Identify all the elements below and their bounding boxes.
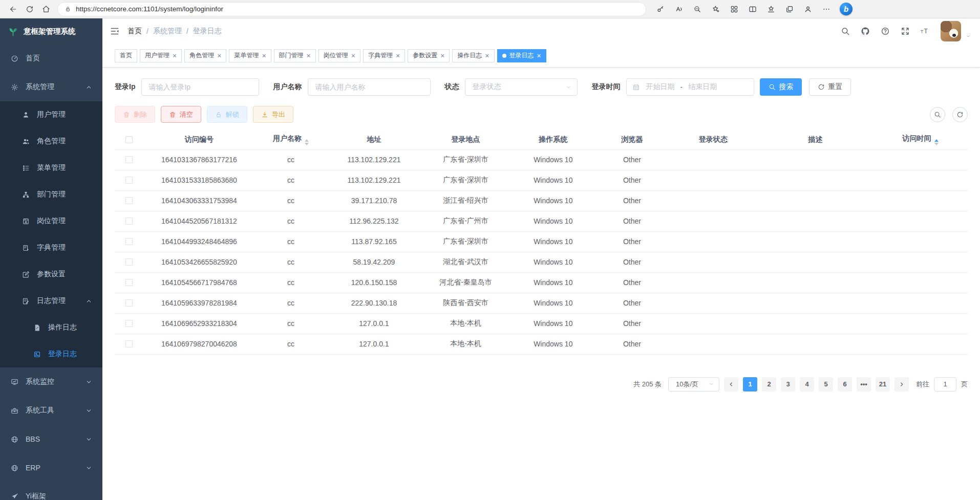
username-input[interactable] xyxy=(308,78,431,96)
table-row[interactable]: 1641031367863177216cc113.102.129.221广东省-… xyxy=(115,149,968,170)
caret-down-icon[interactable] xyxy=(966,34,971,39)
starplus-icon[interactable] xyxy=(707,2,725,16)
breadcrumb-system[interactable]: 系统管理 xyxy=(153,27,182,36)
col-username[interactable]: 用户名称 xyxy=(254,130,327,149)
sidebar-item-dict[interactable]: 字典管理 xyxy=(0,234,102,261)
sidebar-item-erp[interactable]: ERP xyxy=(0,453,102,482)
sidebar-item-tool[interactable]: 系统工具 xyxy=(0,396,102,425)
tab-menu[interactable]: 菜单管理× xyxy=(229,49,271,62)
tab-user[interactable]: 用户管理× xyxy=(140,49,182,62)
clear-button[interactable]: 清空 xyxy=(161,106,201,123)
collapse-sidebar-icon[interactable] xyxy=(110,26,120,36)
tab-dict[interactable]: 字典管理× xyxy=(363,49,405,62)
extensions-icon[interactable] xyxy=(725,2,743,16)
close-icon[interactable]: × xyxy=(396,52,400,59)
row-checkbox[interactable] xyxy=(125,238,133,245)
export-button[interactable]: 导出 xyxy=(253,106,293,123)
select-all-checkbox[interactable] xyxy=(125,136,133,143)
tab-post[interactable]: 岗位管理× xyxy=(318,49,360,62)
page-size-select[interactable]: 10条/页 xyxy=(668,377,719,392)
sidebar-item-user[interactable]: 用户管理 xyxy=(0,101,102,128)
bing-logo-icon[interactable]: b xyxy=(840,3,853,15)
home-icon[interactable] xyxy=(38,2,54,16)
delete-button[interactable]: 删除 xyxy=(115,106,155,123)
page-button-5[interactable]: 5 xyxy=(819,377,833,392)
row-checkbox[interactable] xyxy=(125,177,133,184)
magnifier-icon[interactable] xyxy=(841,27,850,36)
sidebar-item-operlog[interactable]: 操作日志 xyxy=(0,314,102,341)
col-time[interactable]: 访问时间 xyxy=(873,130,968,149)
tab-loginlog[interactable]: 登录日志× xyxy=(497,49,546,62)
tab-operlog[interactable]: 操作日志× xyxy=(452,49,494,62)
prev-page-button[interactable] xyxy=(724,377,738,392)
table-row[interactable]: 1641043063331753984cc39.171.210.78浙江省-绍兴… xyxy=(115,190,968,211)
sidebar-item-loginlog[interactable]: 登录日志 xyxy=(0,341,102,367)
collections-icon[interactable] xyxy=(780,2,799,16)
close-icon[interactable]: × xyxy=(537,52,541,59)
row-checkbox[interactable] xyxy=(125,258,133,266)
key-icon[interactable] xyxy=(651,2,670,16)
login-ip-input[interactable] xyxy=(141,78,259,96)
favorites-icon[interactable] xyxy=(762,2,780,16)
page-button-21[interactable]: 21 xyxy=(876,377,890,392)
page-button-3[interactable]: 3 xyxy=(781,377,795,392)
close-icon[interactable]: × xyxy=(351,52,355,59)
close-icon[interactable]: × xyxy=(307,52,311,59)
tab-dept[interactable]: 部门管理× xyxy=(274,49,316,62)
more-icon[interactable] xyxy=(817,2,836,16)
row-checkbox[interactable] xyxy=(125,320,133,327)
close-icon[interactable]: × xyxy=(217,52,221,59)
close-icon[interactable]: × xyxy=(485,52,489,59)
table-row[interactable]: 1641053426655825920cc58.19.42.209湖北省-武汉市… xyxy=(115,252,968,272)
row-checkbox[interactable] xyxy=(125,197,133,204)
table-row[interactable]: 1641054566717984768cc120.6.150.158河北省-秦皇… xyxy=(115,272,968,293)
close-icon[interactable]: × xyxy=(262,52,266,59)
table-row[interactable]: 1641069652933218304cc127.0.0.1本地-本机Windo… xyxy=(115,313,968,334)
table-row[interactable]: 1641044993248464896cc113.87.92.165广东省-深圳… xyxy=(115,231,968,252)
sidebar-item-home[interactable]: 首页 xyxy=(0,44,102,73)
sidebar-item-dept[interactable]: 部门管理 xyxy=(0,181,102,208)
fontsize-icon[interactable]: TT xyxy=(921,27,930,36)
unlock-button[interactable]: 解锁 xyxy=(207,106,247,123)
row-checkbox[interactable] xyxy=(125,218,133,225)
status-select[interactable]: 登录状态 xyxy=(465,78,578,96)
sort-carets-icon[interactable] xyxy=(934,139,939,145)
tab-param[interactable]: 参数设置× xyxy=(408,49,450,62)
show-search-button[interactable] xyxy=(930,107,945,122)
sidebar-item-monitor[interactable]: 系统监控 xyxy=(0,367,102,396)
sort-carets-icon[interactable] xyxy=(305,139,309,145)
help-icon[interactable] xyxy=(881,27,890,36)
split-icon[interactable] xyxy=(743,2,762,16)
back-icon[interactable] xyxy=(5,2,22,16)
refresh-table-button[interactable] xyxy=(952,107,968,122)
zoomout-icon[interactable] xyxy=(688,2,707,16)
sidebar-item-post[interactable]: 岗位管理 xyxy=(0,208,102,234)
table-row[interactable]: 1641059633978281984cc222.90.130.18陕西省-西安… xyxy=(115,293,968,313)
next-page-button[interactable] xyxy=(894,377,909,392)
row-checkbox[interactable] xyxy=(125,156,133,163)
breadcrumb-home[interactable]: 首页 xyxy=(127,27,142,36)
close-icon[interactable]: × xyxy=(173,52,177,59)
sidebar-item-bbs[interactable]: BBS xyxy=(0,425,102,453)
sidebar-item-yi[interactable]: Yi框架 xyxy=(0,482,102,500)
goto-page-input[interactable] xyxy=(934,377,956,392)
tab-home[interactable]: 首页 xyxy=(115,49,137,62)
row-checkbox[interactable] xyxy=(125,299,133,307)
close-icon[interactable]: × xyxy=(440,52,444,59)
sidebar-item-system[interactable]: 系统管理 xyxy=(0,73,102,101)
row-checkbox[interactable] xyxy=(125,279,133,286)
refresh-icon[interactable] xyxy=(22,2,38,16)
reset-button[interactable]: 重置 xyxy=(809,78,851,96)
sidebar-item-menu[interactable]: 菜单管理 xyxy=(0,155,102,181)
sidebar-item-param[interactable]: 参数设置 xyxy=(0,261,102,288)
page-button-6[interactable]: 6 xyxy=(838,377,852,392)
user-avatar[interactable] xyxy=(941,21,961,41)
profile-icon[interactable] xyxy=(799,2,817,16)
app-logo[interactable]: 意框架管理系统 xyxy=(0,18,102,44)
url-bar[interactable]: https://ccnetcore.com:1101/system/log/lo… xyxy=(57,2,646,16)
sidebar-item-log[interactable]: 日志管理 xyxy=(0,288,102,314)
fullscreen-icon[interactable] xyxy=(901,27,910,36)
table-row[interactable]: 1641044520567181312cc112.96.225.132广东省-广… xyxy=(115,211,968,231)
search-button[interactable]: 搜索 xyxy=(760,78,802,96)
table-row[interactable]: 1641069798270046208cc127.0.0.1本地-本机Windo… xyxy=(115,334,968,354)
